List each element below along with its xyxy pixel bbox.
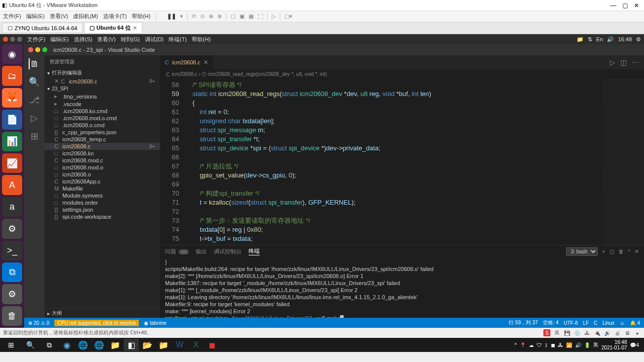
panel-tab-problems[interactable]: 问题 20	[165, 248, 189, 255]
file-item[interactable]: Cicm20608_temp.c	[44, 136, 160, 143]
snapshot-4-icon[interactable]: ⊗	[217, 13, 222, 20]
maximize-icon[interactable]: ▢	[622, 2, 628, 9]
tray-app-icon[interactable]: ◼	[551, 342, 555, 348]
menu-help[interactable]: 帮助(H)	[132, 13, 150, 20]
file-item[interactable]: □Module.symvers	[44, 192, 160, 199]
file-item[interactable]: Cicm20608.mod.c	[44, 157, 160, 164]
vsc-max-icon[interactable]	[42, 47, 47, 52]
device-usb-icon[interactable]: 🔌	[594, 329, 601, 336]
device-hdd-icon[interactable]: 💾	[564, 329, 571, 336]
tab-close-icon[interactable]: ✕	[203, 59, 208, 66]
trash-icon[interactable]: 🗑	[2, 306, 22, 326]
umenu-view[interactable]: 查看(V)	[97, 36, 116, 43]
close-icon[interactable]: ✕	[634, 2, 639, 9]
tray-net-icon[interactable]: 🖧	[558, 342, 563, 348]
dropdown-icon[interactable]: ▾	[180, 13, 183, 20]
tray-bt-icon[interactable]: ᛒ	[545, 342, 548, 348]
file-item[interactable]: □.icm20608.mod.o.cmd	[44, 115, 160, 122]
tools-icon[interactable]: ▢▾	[284, 13, 292, 20]
dash-icon[interactable]: ◉	[2, 44, 22, 64]
status-encoding[interactable]: UTF-8	[564, 320, 578, 326]
status-tabnine[interactable]: ◉ tabnine	[144, 320, 167, 326]
status-eol[interactable]: LF	[583, 320, 589, 326]
umenu-debug[interactable]: 调试(D)	[145, 36, 164, 43]
file-item[interactable]: {}settings.json	[44, 206, 160, 213]
umenu-select[interactable]: 选择(S)	[74, 36, 93, 43]
tray-lang[interactable]: 英	[593, 341, 598, 348]
layout-2-icon[interactable]: ▣	[239, 13, 245, 20]
vscode-icon[interactable]: ⧉	[2, 262, 22, 282]
file-item[interactable]: {}c_cpp_properties.json	[44, 129, 160, 136]
chevron-up-icon[interactable]: ^	[628, 248, 630, 254]
panel-tab-terminal[interactable]: 终端	[249, 247, 260, 255]
umenu-edit[interactable]: 编辑(E)	[50, 36, 69, 43]
layout-3-icon[interactable]: ▦	[249, 13, 254, 20]
menu-vm[interactable]: 虚拟机(M)	[73, 13, 98, 20]
calc-icon[interactable]: 📊	[2, 132, 22, 151]
files-icon[interactable]: 🗂	[2, 66, 22, 85]
device-more-icon[interactable]: ▸	[634, 329, 641, 336]
app-edge-icon[interactable]: ◉	[59, 339, 74, 351]
tray-onedrive-icon[interactable]: ☁	[529, 342, 534, 348]
file-item[interactable]: □.icm20608.o.cmd	[44, 122, 160, 129]
snapshot-3-icon[interactable]: ⊕	[209, 13, 213, 20]
breadcrumb[interactable]: C icm20608.c › ⓕ icm20608_read_regs(icm2…	[160, 69, 644, 79]
settings-2-icon[interactable]: ⚙	[2, 284, 22, 304]
status-pos[interactable]: 行 59，列 37	[509, 319, 538, 326]
volume-icon[interactable]: 🔊	[607, 36, 614, 43]
file-item[interactable]: □icm20608.ko	[44, 150, 160, 157]
app-excel-icon[interactable]: X	[188, 339, 203, 351]
pause-icon[interactable]: ❚❚	[167, 13, 176, 20]
more-icon[interactable]: ⋯	[632, 58, 639, 66]
close-file-icon[interactable]: ✕	[54, 78, 59, 84]
app-other-icon[interactable]: ◼	[204, 339, 219, 351]
umenu-help[interactable]: 帮助(H)	[192, 36, 210, 43]
device-display-icon[interactable]: 🖥	[624, 329, 631, 336]
terminal-select[interactable]: 3: bash	[566, 247, 598, 256]
terminal-icon[interactable]: >_	[2, 241, 22, 260]
menu-tabs[interactable]: 选项卡(T)	[103, 13, 127, 20]
tray-notifications-icon[interactable]: 💬4	[630, 342, 639, 348]
folder-icon[interactable]: 📁	[577, 36, 584, 43]
vsc-close-icon[interactable]	[28, 47, 33, 52]
file-item[interactable]: □modules.order	[44, 199, 160, 206]
status-cpu-warn[interactable]: CPU not supported, click to resolve	[54, 320, 139, 326]
terminal-output[interactable]: }scripts/Makefile.build:264: recipe for …	[160, 257, 644, 318]
scm-icon[interactable]: ⎇	[29, 95, 40, 106]
tray-security-icon[interactable]: 🛡	[537, 342, 542, 348]
menu-view[interactable]: 查看(V)	[50, 13, 68, 20]
snapshot-icon[interactable]: ⟳	[192, 13, 196, 20]
open-editor-item[interactable]: ✕ C icm20608.c 9+	[44, 77, 160, 85]
minimap[interactable]	[604, 79, 644, 245]
app-folder-icon[interactable]: 📁	[108, 339, 123, 351]
vmware-tab-ubuntu[interactable]: ▢ Ubuntu 64 位 ✕	[84, 22, 142, 34]
folder-item[interactable]: ▸.tmp_versions	[44, 93, 160, 100]
app-explorer-icon[interactable]: 📂	[140, 339, 155, 351]
window-close-icon[interactable]	[3, 37, 8, 42]
layout-1-icon[interactable]: ▢	[230, 13, 235, 20]
outline-header[interactable]: ▸ 大纲	[44, 308, 160, 318]
amazon-icon[interactable]: a	[2, 197, 22, 217]
open-editors-header[interactable]: ▾ 打开的编辑器	[44, 68, 160, 77]
menu-edit[interactable]: 编辑(E)	[26, 13, 45, 20]
folder-item[interactable]: ▸.vscode	[44, 100, 160, 108]
umenu-terminal[interactable]: 终端(T)	[169, 36, 187, 43]
status-feedback-icon[interactable]: ☺	[619, 320, 624, 326]
status-lang[interactable]: C	[594, 320, 597, 326]
app-vmware-icon[interactable]: ◧	[124, 339, 139, 351]
device-printer-icon[interactable]: 🖨	[614, 329, 621, 336]
split-icon[interactable]: ◫	[620, 58, 627, 66]
search-icon[interactable]: 🔍	[29, 76, 40, 87]
tray-ime[interactable]: 英	[553, 329, 560, 336]
window-min-icon[interactable]	[10, 37, 15, 42]
file-item[interactable]: Cicm20608.c9+	[44, 143, 160, 150]
writer-icon[interactable]: 📄	[2, 110, 22, 129]
software-icon[interactable]: A	[2, 175, 22, 195]
panel-tab-debug[interactable]: 调试控制台	[214, 248, 242, 255]
debug-icon[interactable]: ▷	[29, 113, 40, 124]
vmware-tab-zynq[interactable]: ▢ ZYNQ Ubuntu 16.04.4-64	[2, 23, 83, 33]
panel-tab-output[interactable]: 输出	[196, 248, 207, 255]
app-word-icon[interactable]: W	[172, 339, 187, 351]
file-item[interactable]: □icm20608.o	[44, 171, 160, 178]
new-terminal-icon[interactable]: +	[602, 248, 605, 254]
